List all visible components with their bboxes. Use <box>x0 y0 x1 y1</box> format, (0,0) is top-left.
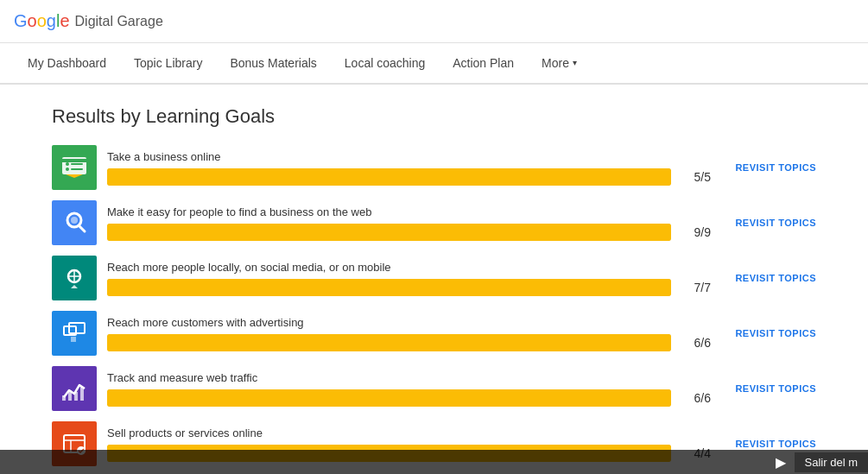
logo: Google Digital Garage <box>14 11 163 31</box>
goal-row: Take a business online5/5REVISIT TOPICS <box>52 145 816 190</box>
progress-bar-fill <box>107 224 671 241</box>
goal-label: Reach more people locally, on social med… <box>107 261 711 274</box>
goal-icon-4 <box>52 311 97 356</box>
svg-point-7 <box>71 217 78 224</box>
progress-bar-track <box>107 279 671 296</box>
svg-rect-14 <box>80 387 84 401</box>
revisit-topics-button[interactable]: REVISIT TOPICS <box>721 218 816 228</box>
bar-container: 6/6 <box>107 334 711 351</box>
svg-point-4 <box>66 167 69 171</box>
goals-list: Take a business online5/5REVISIT TOPICSM… <box>52 145 816 474</box>
goal-icon-3 <box>52 256 97 300</box>
goal-content-5: Track and measure web traffic6/6 <box>107 371 711 407</box>
goal-row: Reach more people locally, on social med… <box>52 256 816 300</box>
goal-icon-5 <box>52 366 97 411</box>
goal-content-3: Reach more people locally, on social med… <box>107 261 711 296</box>
svg-rect-1 <box>62 159 86 162</box>
nav-bonus-materials[interactable]: Bonus Materials <box>216 43 330 85</box>
revisit-topics-button[interactable]: REVISIT TOPICS <box>721 439 816 449</box>
progress-bar-fill <box>107 279 671 296</box>
svg-point-2 <box>66 162 69 166</box>
nav-topic-library[interactable]: Topic Library <box>120 43 216 85</box>
progress-bar-track <box>107 168 671 186</box>
bar-container: 5/5 <box>107 168 711 186</box>
goal-row: Make it easy for people to find a busine… <box>52 200 816 245</box>
revisit-topics-button[interactable]: REVISIT TOPICS <box>721 383 816 394</box>
bar-container: 6/6 <box>107 389 711 407</box>
salir-button[interactable]: Salir del m <box>795 452 868 472</box>
progress-bar-track <box>107 224 671 241</box>
goal-content-4: Reach more customers with advertising6/6 <box>107 316 711 351</box>
nav-local-coaching[interactable]: Local coaching <box>331 43 439 85</box>
goal-label: Reach more customers with advertising <box>107 316 711 329</box>
goal-content-1: Take a business online5/5 <box>107 150 711 186</box>
bar-container: 7/7 <box>107 279 711 296</box>
goal-score: 6/6 <box>680 336 711 350</box>
goal-content-2: Make it easy for people to find a busine… <box>107 205 711 241</box>
progress-bar-track <box>107 334 671 351</box>
goal-score: 9/9 <box>680 225 711 239</box>
goal-score: 7/7 <box>680 281 711 294</box>
nav-action-plan[interactable]: Action Plan <box>439 43 528 85</box>
svg-rect-12 <box>68 390 72 401</box>
goal-icon-1 <box>52 145 97 190</box>
main-content: Results by Learning Goals Take a busines… <box>0 85 868 474</box>
goal-score: 6/6 <box>680 391 711 405</box>
digital-garage-text: Digital Garage <box>75 14 163 29</box>
progress-bar-track <box>107 389 671 407</box>
goal-score: 5/5 <box>680 170 711 184</box>
bar-container: 9/9 <box>107 224 711 241</box>
goal-label: Sell products or services online <box>107 427 711 439</box>
goal-icon-2 <box>52 200 97 245</box>
goal-label: Track and measure web traffic <box>107 371 711 384</box>
goal-label: Make it easy for people to find a busine… <box>107 205 711 218</box>
goal-label: Take a business online <box>107 150 711 163</box>
revisit-topics-button[interactable]: REVISIT TOPICS <box>721 328 816 338</box>
nav-more[interactable]: More ▾ <box>528 43 591 85</box>
header: Google Digital Garage <box>0 0 868 43</box>
google-logo: Google <box>14 11 70 31</box>
progress-bar-fill <box>107 389 671 407</box>
goal-row: Reach more customers with advertising6/6… <box>52 311 816 356</box>
page-title: Results by Learning Goals <box>52 105 816 128</box>
nav-my-dashboard[interactable]: My Dashboard <box>14 43 120 85</box>
progress-bar-fill <box>107 168 671 186</box>
svg-rect-3 <box>71 163 83 165</box>
chevron-down-icon: ▾ <box>573 58 577 67</box>
goal-row: Track and measure web traffic6/6REVISIT … <box>52 366 816 411</box>
play-icon[interactable]: ▶ <box>776 454 786 471</box>
svg-rect-11 <box>62 395 66 401</box>
svg-rect-5 <box>71 168 83 170</box>
revisit-topics-button[interactable]: REVISIT TOPICS <box>721 273 816 283</box>
navigation: My Dashboard Topic Library Bonus Materia… <box>0 43 868 85</box>
svg-rect-13 <box>74 392 78 401</box>
progress-bar-fill <box>107 334 671 351</box>
revisit-topics-button[interactable]: REVISIT TOPICS <box>721 162 816 173</box>
bottom-overlay: ▶ Salir del m <box>0 450 868 474</box>
